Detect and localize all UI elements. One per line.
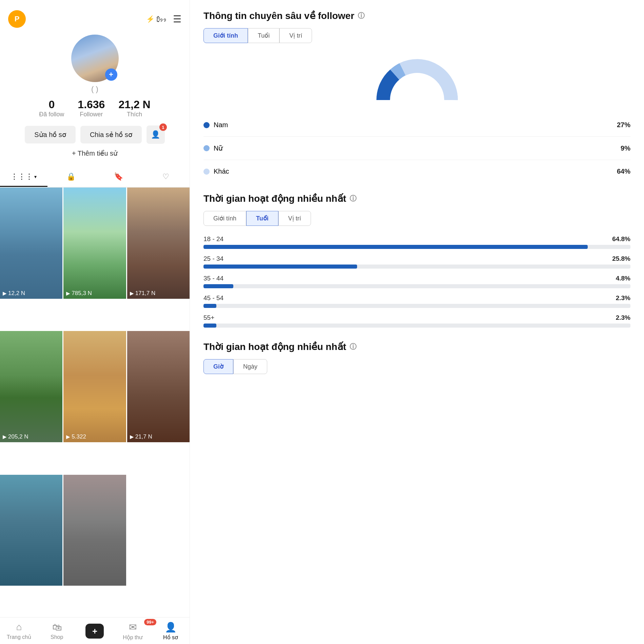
tab-videos[interactable]: ⋮⋮⋮ ▾ — [0, 166, 47, 187]
video-item[interactable]: ▶ 21,7 N — [127, 331, 190, 442]
legend-nam-pct: 27% — [617, 121, 630, 129]
bar-fill-18-24 — [203, 245, 588, 249]
video-grid: ▶ 12,2 N ▶ 785,3 N ▶ 171,7 N ▶ 205,2 N ▶ — [0, 188, 190, 617]
bar-row-55plus: 55+ 2.3% — [203, 314, 630, 328]
add-bio-button[interactable]: + Thêm tiểu sử — [72, 149, 118, 157]
legend-khac: Khác 64% — [203, 163, 630, 179]
username: ( ) — [91, 85, 98, 94]
bar-pct-45-54: 2.3% — [616, 294, 630, 302]
create-post-button[interactable]: + — [85, 624, 104, 639]
stat-likes: 21,2 N Thích — [118, 98, 150, 118]
legend-list: Nam 27% Nữ 9% Khác 64% — [203, 117, 630, 179]
divider — [203, 136, 630, 137]
filter-tab-gender-1[interactable]: Giới tính — [203, 28, 248, 43]
add-avatar-button[interactable]: + — [105, 69, 117, 81]
nav-create[interactable]: + — [76, 622, 114, 641]
section1-title: Thông tin chuyên sâu về follower ⓘ — [203, 10, 630, 21]
right-panel: Thông tin chuyên sâu về follower ⓘ Giới … — [190, 0, 644, 644]
lock-icon: 🔒 — [66, 172, 76, 181]
video-item[interactable] — [0, 475, 62, 586]
share-profile-button[interactable]: Chia sẻ hồ sơ — [80, 126, 142, 143]
bar-row-35-44: 35 - 44 4.8% — [203, 275, 630, 288]
nav-home[interactable]: ⌂ Trang chủ — [0, 622, 38, 641]
video-item[interactable]: ▶ 12,2 N — [0, 188, 62, 299]
filter-tab-gio[interactable]: Giờ — [203, 359, 233, 374]
legend-nam-left: Nam — [203, 121, 228, 129]
play-icon: ▶ — [130, 290, 134, 296]
legend-nam: Nam 27% — [203, 117, 630, 133]
avatar-wrap: + — [71, 35, 119, 82]
bar-chart: 18 - 24 64.8% 25 - 34 25.8% 35 - 44 — [203, 235, 630, 328]
username-area: ( ) — [91, 85, 98, 94]
play-icon: ▶ — [66, 434, 70, 440]
nav-inbox[interactable]: ✉ Hộp thư 99+ — [114, 622, 152, 641]
filter-tab-gender-2[interactable]: Giới tính — [203, 211, 246, 226]
section3-title: Thời gian hoạt động nhiều nhất ⓘ — [203, 341, 630, 352]
notif-badge: 1 — [159, 123, 167, 131]
video-count: ▶ 171,7 N — [130, 290, 156, 297]
bar-track-18-24 — [203, 245, 630, 249]
legend-nu-label: Nữ — [214, 144, 223, 152]
shop-icon: 🛍 — [52, 622, 62, 633]
bar-row-25-34: 25 - 34 25.8% — [203, 255, 630, 269]
bottom-nav: ⌂ Trang chủ 🛍 Shop + ✉ Hộp thư 99+ 👤 Hồ … — [0, 617, 190, 644]
active-time-section: Thời gian hoạt động nhiều nhất ⓘ Giới tí… — [203, 193, 630, 328]
plus-icon: + — [92, 626, 97, 637]
bar-label-18-24: 18 - 24 — [203, 235, 223, 243]
play-icon: ▶ — [66, 290, 70, 296]
bar-label-25-34: 25 - 34 — [203, 255, 223, 262]
divider — [203, 160, 630, 160]
info-icon-2[interactable]: ⓘ — [350, 194, 356, 203]
video-item[interactable]: ▶ 205,2 N — [0, 331, 62, 442]
bar-track-25-34 — [203, 265, 630, 269]
nav-profile[interactable]: 👤 Hồ sơ — [152, 622, 190, 641]
nav-home-label: Trang chủ — [7, 634, 32, 640]
bar-pct-55plus: 2.3% — [616, 314, 630, 321]
menu-icon[interactable]: ☰ — [173, 14, 181, 25]
legend-khac-pct: 64% — [617, 168, 630, 175]
legend-dot-nu — [203, 145, 210, 151]
follow-count: 0 — [39, 98, 64, 111]
legend-nam-label: Nam — [214, 121, 228, 129]
filter-tab-location-1[interactable]: Vị trí — [279, 28, 312, 43]
filter-tab-ngay[interactable]: Ngày — [233, 359, 267, 374]
tab-saved[interactable]: 🔖 — [95, 166, 142, 187]
tab-liked[interactable]: ♡ — [142, 166, 190, 187]
active-time-section-2: Thời gian hoạt động nhiều nhất ⓘ Giờ Ngà… — [203, 341, 630, 374]
video-item[interactable] — [63, 475, 126, 586]
video-item[interactable]: ▶ 785,3 N — [63, 188, 126, 299]
add-friend-button[interactable]: 👤 1 — [147, 125, 165, 144]
donut-chart-area — [203, 53, 630, 107]
bar-fill-45-54 — [203, 304, 216, 308]
section2-title: Thời gian hoạt động nhiều nhất ⓘ — [203, 193, 630, 204]
filter-tab-age-2[interactable]: Tuổi — [246, 211, 278, 226]
stats-row: 0 Đã follow 1.636 Follower 21,2 N Thích — [39, 98, 150, 118]
followers-count: 1.636 — [78, 98, 105, 111]
edit-profile-button[interactable]: Sửa hồ sơ — [25, 126, 76, 143]
legend-nu: Nữ 9% — [203, 140, 630, 156]
home-icon: ⌂ — [16, 622, 22, 632]
filter-tab-location-2[interactable]: Vị trí — [278, 211, 311, 226]
bar-track-35-44 — [203, 284, 630, 288]
filter-tab-age-1[interactable]: Tuổi — [248, 28, 279, 43]
profile-section: + ( ) 0 Đã follow 1.636 Follower 21,2 N … — [0, 31, 190, 166]
info-icon-1[interactable]: ⓘ — [358, 11, 365, 20]
nav-profile-label: Hồ sơ — [163, 634, 178, 641]
play-icon: ▶ — [3, 290, 7, 296]
nav-inbox-label: Hộp thư — [123, 634, 142, 641]
section1-filter-tabs: Giới tính Tuổi Vị trí — [203, 28, 630, 43]
info-icon-3[interactable]: ⓘ — [350, 342, 356, 351]
video-item[interactable]: ▶ 5.322 — [63, 331, 126, 442]
p-icon[interactable]: P — [8, 10, 26, 28]
video-count: ▶ 205,2 N — [3, 433, 28, 440]
tab-private[interactable]: 🔒 — [47, 166, 95, 187]
bar-track-55plus — [203, 324, 630, 328]
video-count: ▶ 5.322 — [66, 433, 86, 440]
bar-fill-55plus — [203, 324, 216, 328]
stat-followers: 1.636 Follower — [78, 98, 105, 118]
video-item[interactable]: ▶ 171,7 N — [127, 188, 190, 299]
nav-shop[interactable]: 🛍 Shop — [38, 622, 76, 641]
top-right: ⚡ ₿₉₉ ☰ — [146, 14, 181, 25]
legend-dot-nam — [203, 122, 210, 128]
video-count: ▶ 785,3 N — [66, 290, 92, 297]
